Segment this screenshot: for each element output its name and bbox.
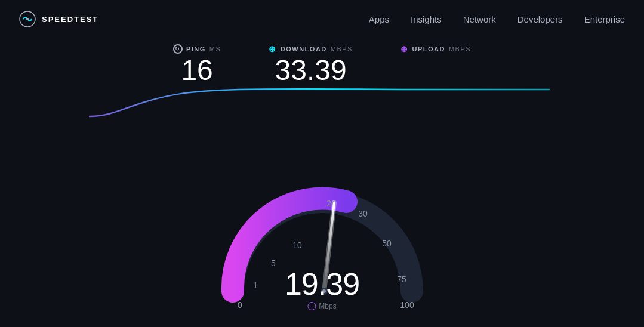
gauge-speed-value: 19.39 — [285, 269, 359, 300]
upload-icon: ⊕ — [400, 44, 409, 54]
svg-text:50: 50 — [382, 239, 392, 248]
stats-bar: ↻ PING ms 16 ⊕ DOWNLOAD Mbps 33.39 ⊕ UPL… — [0, 38, 644, 87]
speedtest-logo-icon — [19, 11, 36, 27]
download-value: 33.39 — [275, 55, 347, 87]
gauge-unit-label: ↑ Mbps — [285, 302, 359, 310]
svg-text:100: 100 — [400, 300, 414, 310]
svg-text:10: 10 — [292, 240, 302, 250]
nav-apps[interactable]: Apps — [369, 14, 389, 24]
gauge-container: 0 1 5 10 20 30 50 75 100 — [197, 124, 448, 327]
svg-text:0: 0 — [238, 300, 242, 310]
svg-text:30: 30 — [358, 209, 368, 218]
nav-enterprise[interactable]: Enterprise — [584, 14, 625, 24]
gauge-unit-text: Mbps — [319, 302, 336, 310]
upload-stat: ⊕ UPLOAD Mbps — [400, 44, 471, 87]
svg-text:75: 75 — [397, 274, 406, 284]
svg-text:5: 5 — [271, 258, 276, 268]
nav-insights[interactable]: Insights — [411, 14, 442, 24]
nav-network[interactable]: Network — [463, 14, 496, 24]
ping-label: ↻ PING ms — [173, 44, 221, 54]
main-nav: Apps Insights Network Developers Enterpr… — [369, 14, 625, 24]
download-stat: ⊕ DOWNLOAD Mbps 33.39 — [269, 44, 353, 87]
logo-text: SPEEDTEST — [42, 15, 98, 24]
logo: SPEEDTEST — [19, 11, 98, 27]
gauge-upload-icon: ↑ — [307, 302, 316, 310]
download-icon: ⊕ — [269, 44, 277, 54]
upload-label: ⊕ UPLOAD Mbps — [400, 44, 471, 54]
ping-value: 16 — [181, 55, 212, 87]
download-label: ⊕ DOWNLOAD Mbps — [269, 44, 353, 54]
gauge-wrapper: 0 1 5 10 20 30 50 75 100 — [215, 148, 430, 327]
ping-icon: ↻ — [173, 44, 183, 54]
ping-stat: ↻ PING ms 16 — [173, 44, 221, 87]
gauge-center-value: 19.39 ↑ Mbps — [285, 269, 359, 310]
header: SPEEDTEST Apps Insights Network Develope… — [0, 0, 644, 38]
svg-text:1: 1 — [253, 280, 258, 290]
nav-developers[interactable]: Developers — [517, 14, 563, 24]
svg-point-1 — [26, 18, 29, 20]
